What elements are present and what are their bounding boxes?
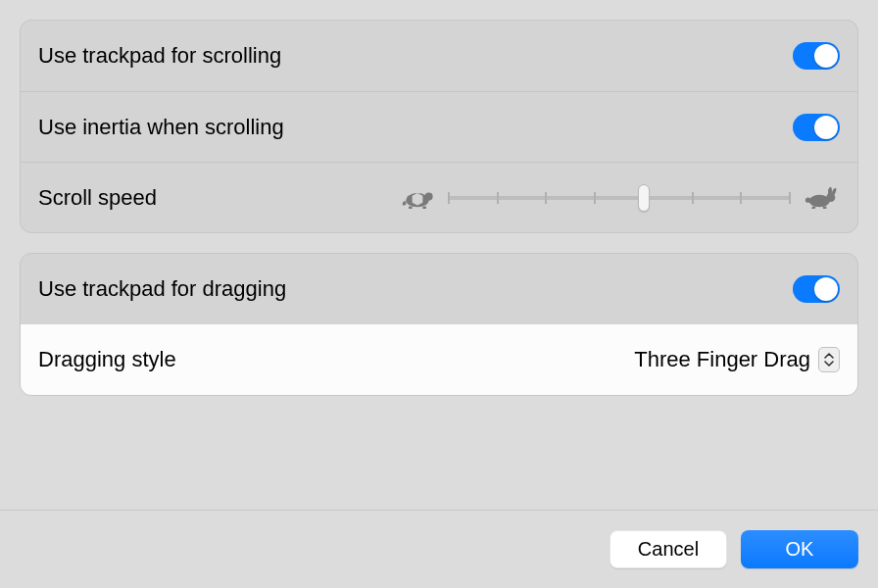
scroll-speed-row: Scroll speed bbox=[21, 162, 857, 232]
ok-button[interactable]: OK bbox=[741, 530, 858, 568]
use-trackpad-dragging-toggle[interactable] bbox=[793, 275, 840, 303]
scroll-speed-control bbox=[399, 183, 840, 213]
dragging-style-value: Three Finger Drag bbox=[634, 347, 810, 372]
use-trackpad-scrolling-row: Use trackpad for scrolling bbox=[21, 21, 857, 91]
svg-point-4 bbox=[805, 198, 810, 203]
dragging-style-label: Dragging style bbox=[38, 347, 176, 372]
use-inertia-toggle[interactable] bbox=[793, 114, 840, 141]
content-area: Use trackpad for scrolling Use inertia w… bbox=[0, 0, 878, 510]
use-trackpad-dragging-label: Use trackpad for dragging bbox=[38, 276, 286, 302]
trackpad-options-dialog: Use trackpad for scrolling Use inertia w… bbox=[0, 0, 878, 588]
dragging-settings-group: Use trackpad for dragging Dragging style… bbox=[20, 253, 858, 396]
rabbit-icon bbox=[803, 183, 840, 213]
scrolling-settings-group: Use trackpad for scrolling Use inertia w… bbox=[20, 20, 858, 233]
turtle-icon bbox=[399, 183, 436, 213]
scroll-speed-label: Scroll speed bbox=[38, 185, 157, 211]
use-inertia-label: Use inertia when scrolling bbox=[38, 115, 284, 140]
chevron-up-down-icon bbox=[818, 347, 840, 372]
dialog-footer: Cancel OK bbox=[0, 510, 878, 588]
cancel-button[interactable]: Cancel bbox=[610, 530, 727, 568]
scroll-speed-slider[interactable] bbox=[448, 184, 791, 212]
use-trackpad-dragging-row: Use trackpad for dragging bbox=[21, 254, 857, 324]
use-trackpad-scrolling-label: Use trackpad for scrolling bbox=[38, 43, 281, 69]
use-inertia-row: Use inertia when scrolling bbox=[21, 91, 857, 162]
dragging-style-dropdown[interactable]: Three Finger Drag bbox=[634, 347, 840, 372]
svg-point-1 bbox=[425, 193, 433, 201]
dragging-style-row[interactable]: Dragging style Three Finger Drag bbox=[21, 324, 857, 395]
use-trackpad-scrolling-toggle[interactable] bbox=[793, 42, 840, 70]
